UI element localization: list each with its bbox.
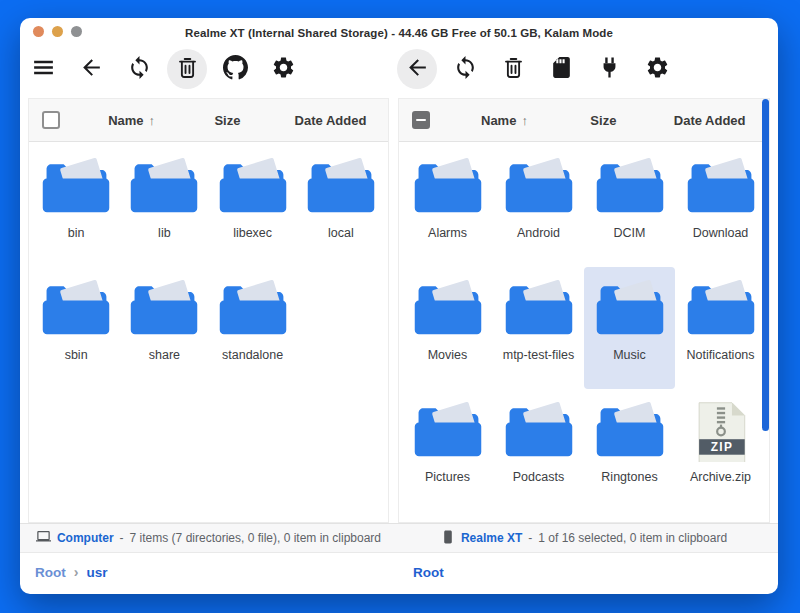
desktop-background: Realme XT (Internal Shared Storage) - 44… [0, 0, 800, 613]
scrollbar-thumb[interactable] [762, 99, 769, 431]
breadcrumb-item[interactable]: usr [86, 565, 107, 580]
device-link[interactable]: Realme XT [461, 531, 522, 545]
local-toolbar [23, 49, 303, 89]
file-name-label: DCIM [614, 226, 646, 240]
local-breadcrumb: Root›usr [35, 559, 107, 585]
storage-button[interactable] [541, 49, 581, 89]
smartphone-icon [441, 530, 455, 547]
device-file-grid: AlarmsAndroidDCIMDownloadMoviesmtp-test-… [399, 142, 769, 514]
refresh-button[interactable] [119, 49, 159, 89]
menu-button[interactable] [23, 49, 63, 89]
minimize-button[interactable] [52, 26, 63, 37]
folder-tile[interactable]: Ringtones [584, 389, 675, 511]
folder-icon [303, 156, 379, 218]
folder-tile[interactable]: bin [32, 145, 120, 267]
breadcrumb-item[interactable]: Root [413, 565, 444, 580]
folder-tile[interactable]: Pictures [402, 389, 493, 511]
file-tile[interactable]: ZIPArchive.zip [675, 389, 766, 511]
settings-button[interactable] [263, 49, 303, 89]
local-status: Computer - 7 items (7 directories, 0 fil… [28, 524, 389, 552]
file-name-label: share [149, 348, 180, 362]
folder-tile[interactable]: sbin [32, 267, 120, 389]
refresh-button[interactable] [445, 49, 485, 89]
refresh-icon [127, 55, 152, 84]
folder-tile[interactable]: Alarms [402, 145, 493, 267]
column-header-date-added[interactable]: Date Added [273, 113, 388, 128]
settings-icon [645, 55, 670, 84]
folder-tile[interactable]: local [297, 145, 385, 267]
file-name-label: libexec [233, 226, 272, 240]
folder-tile[interactable]: Android [493, 145, 584, 267]
select-all-checkbox[interactable] [42, 111, 60, 129]
window-controls [33, 26, 82, 37]
local-file-grid: binliblibexeclocalsbinsharestandalone [29, 142, 388, 392]
folder-icon [410, 400, 486, 462]
folder-tile[interactable]: Music [584, 267, 675, 389]
folder-tile[interactable]: Notifications [675, 267, 766, 389]
file-name-label: sbin [65, 348, 88, 362]
plug-button[interactable] [589, 49, 629, 89]
column-header-date-added[interactable]: Date Added [650, 113, 769, 128]
back-icon [405, 55, 430, 84]
file-name-label: mtp-test-files [503, 348, 575, 362]
column-header-name[interactable]: Name ↑ [81, 113, 182, 128]
folder-icon [38, 278, 114, 340]
folder-tile[interactable]: libexec [209, 145, 297, 267]
sort-ascending-icon: ↑ [149, 113, 156, 128]
device-toolbar [397, 49, 677, 89]
storage-icon [549, 55, 574, 84]
github-button[interactable] [215, 49, 255, 89]
file-name-label: bin [68, 226, 85, 240]
back-button[interactable] [397, 49, 437, 89]
column-header-size[interactable]: Size [556, 113, 650, 128]
settings-button[interactable] [637, 49, 677, 89]
refresh-icon [453, 55, 478, 84]
close-button[interactable] [33, 26, 44, 37]
folder-tile[interactable]: Download [675, 145, 766, 267]
select-all-checkbox[interactable] [412, 111, 430, 129]
delete-button[interactable] [493, 49, 533, 89]
file-name-label: Notifications [686, 348, 754, 362]
back-button[interactable] [71, 49, 111, 89]
folder-icon [683, 156, 759, 218]
column-name-label: Name [108, 113, 143, 128]
local-list-header: Name ↑ Size Date Added [29, 99, 388, 142]
status-separator: - [528, 531, 532, 545]
folder-tile[interactable]: mtp-test-files [493, 267, 584, 389]
file-name-label: Alarms [428, 226, 467, 240]
local-status-text: 7 items (7 directories, 0 file), 0 item … [130, 531, 381, 545]
folder-tile[interactable]: Movies [402, 267, 493, 389]
column-header-size[interactable]: Size [182, 113, 273, 128]
folder-icon [683, 278, 759, 340]
folder-tile[interactable]: Podcasts [493, 389, 584, 511]
local-device-link[interactable]: Computer [57, 531, 114, 545]
status-bar: Computer - 7 items (7 directories, 0 fil… [20, 523, 778, 553]
folder-icon [592, 400, 668, 462]
folder-tile[interactable]: lib [120, 145, 208, 267]
folder-icon [501, 400, 577, 462]
delete-button[interactable] [167, 49, 207, 89]
device-pane: Name ↑ Size Date Added AlarmsAndroidDCIM… [398, 98, 770, 523]
file-name-label: Movies [428, 348, 468, 362]
device-list-header: Name ↑ Size Date Added [399, 99, 769, 142]
device-breadcrumb: Root [413, 559, 444, 585]
breadcrumb-separator-icon: › [74, 564, 79, 580]
settings-icon [271, 55, 296, 84]
device-status-text: 1 of 16 selected, 0 item in clipboard [538, 531, 727, 545]
folder-tile[interactable]: DCIM [584, 145, 675, 267]
delete-icon [501, 55, 526, 84]
folder-icon [592, 278, 668, 340]
status-separator: - [120, 531, 124, 545]
file-name-label: Music [613, 348, 646, 362]
zoom-button[interactable] [71, 26, 82, 37]
folder-tile[interactable]: standalone [209, 267, 297, 389]
device-status: Realme XT - 1 of 16 selected, 0 item in … [398, 524, 770, 552]
folder-icon [126, 156, 202, 218]
file-name-label: Download [693, 226, 749, 240]
file-name-label: local [328, 226, 354, 240]
breadcrumb-item[interactable]: Root [35, 565, 66, 580]
svg-text:ZIP: ZIP [710, 440, 733, 454]
folder-tile[interactable]: share [120, 267, 208, 389]
window-title: Realme XT (Internal Shared Storage) - 44… [20, 18, 778, 39]
column-header-name[interactable]: Name ↑ [453, 113, 557, 128]
